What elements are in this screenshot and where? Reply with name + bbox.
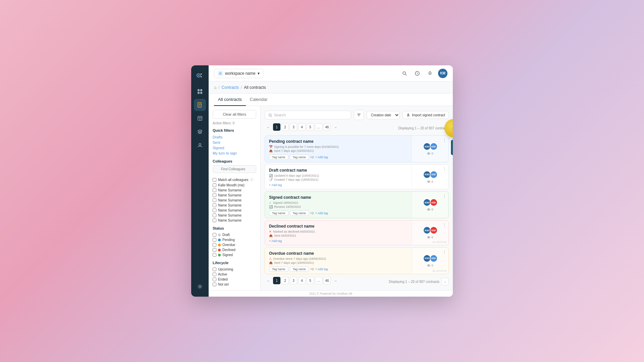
scroll-down-button[interactable]: ↓ (441, 278, 449, 285)
page-3-button-bottom[interactable]: 3 (290, 277, 297, 284)
import-icon (406, 113, 410, 117)
breadcrumb-home[interactable]: ⌂ (214, 85, 216, 90)
search-icon[interactable] (400, 69, 409, 78)
contract-menu-button-draft[interactable]: ⋮ (442, 167, 446, 171)
tab-all-contracts[interactable]: All contracts (214, 94, 246, 106)
add-tag-button-signed[interactable]: + Add tag (315, 212, 328, 215)
contract-menu-button-signed[interactable]: ⋮ (442, 194, 446, 198)
page-1-button-bottom[interactable]: 1 (273, 277, 280, 284)
match-all-colleagues-checkbox[interactable]: Match all colleagues ⓘ (213, 177, 256, 183)
colleague-4[interactable]: Name Surname (213, 203, 256, 208)
tag-1[interactable]: Tag name (269, 155, 288, 160)
send-icon: 📤 (269, 149, 273, 153)
status-dot-declined (218, 249, 221, 251)
add-tag-button[interactable]: + Add tag (315, 156, 328, 159)
eye-icon (427, 152, 430, 155)
svg-line-24 (271, 116, 272, 117)
svg-line-18 (406, 74, 407, 75)
colleague-5[interactable]: Name Surname (213, 208, 256, 213)
avatars-row-declined: KM KM (423, 226, 438, 234)
filter-signed[interactable]: Signed (213, 145, 256, 150)
colleague-7[interactable]: Name Surname (213, 218, 256, 223)
status-signed[interactable]: Signed (213, 252, 256, 257)
lifecycle-not-set[interactable]: Not set (213, 282, 256, 287)
filter-my-turn[interactable]: My turn to sign (213, 150, 256, 156)
tab-calendar[interactable]: Calendar (246, 94, 272, 106)
colleague-1[interactable]: Name Surname (213, 188, 256, 193)
lifecycle-upcoming[interactable]: Upcoming (213, 267, 256, 272)
page-46-button-bottom[interactable]: 46 (323, 277, 331, 284)
status-title: Status (213, 226, 256, 230)
contract-card-draft[interactable]: Draft contract name 🔄 Updated 6 days ago… (265, 164, 449, 189)
sidebar-item-layers[interactable] (194, 126, 206, 138)
sort-select[interactable]: Creation date (367, 111, 400, 119)
contract-card-declined[interactable]: Declined contract name ✕ Marked as decli… (265, 220, 449, 245)
help-icon[interactable]: ? (413, 69, 422, 78)
page-3-button[interactable]: 3 (290, 123, 297, 131)
topbar-icons: ? KM (400, 69, 447, 78)
svg-rect-4 (198, 89, 200, 91)
page-46-button[interactable]: 46 (323, 123, 331, 131)
bell-icon[interactable] (425, 69, 435, 78)
colleague-3[interactable]: Name Surname (213, 198, 256, 203)
workspace-selector[interactable]: ⊞ workspace name ▾ (214, 69, 263, 78)
prev-page-button-bottom[interactable]: ← (265, 277, 272, 284)
sidebar-item-settings[interactable] (194, 281, 206, 293)
contract-menu-button-overdue[interactable]: ⋮ (442, 250, 446, 254)
filter-sent[interactable]: Sent (213, 140, 256, 145)
page-5-button[interactable]: 5 (307, 123, 314, 131)
clear-filters-button[interactable]: Clear all filters (213, 110, 256, 119)
contract-card-pending[interactable]: Pending contract name 📅 Signing is possi… (265, 135, 449, 162)
tag-2[interactable]: Tag name (290, 155, 309, 160)
sent-icon: 📤 (269, 234, 273, 237)
contract-menu-button[interactable]: ⋮ (442, 138, 446, 142)
status-declined[interactable]: Declined (213, 247, 256, 252)
status-pending[interactable]: Pending (213, 237, 256, 242)
contract-menu-button-declined[interactable]: ⋮ (442, 223, 446, 227)
contract-meta-draft: 🔄 Updated 6 days ago (19/05/2021) 📝 Crea… (269, 174, 408, 181)
pagination-top: ← 1 2 3 4 5 … 46 → Displaying 1 – 20 of … (265, 123, 449, 133)
status-draft[interactable]: Draft (213, 232, 256, 237)
search-box[interactable]: Search (265, 111, 351, 119)
next-page-button-bottom[interactable]: → (332, 277, 339, 284)
add-tag-button-declined[interactable]: + Add tag (269, 239, 282, 243)
sidebar-item-contacts[interactable] (194, 139, 206, 151)
avatar-km-8: KM (430, 254, 438, 262)
import-signed-contract-button[interactable]: Import signed contract (402, 111, 449, 119)
user-avatar[interactable]: KM (438, 69, 447, 78)
lifecycle-ended[interactable]: Ended (213, 277, 256, 282)
sidebar-item-dashboard[interactable] (194, 85, 206, 98)
filter-drafts[interactable]: Drafts (213, 134, 256, 140)
svg-point-31 (428, 181, 429, 182)
page-4-button-bottom[interactable]: 4 (298, 277, 306, 284)
sidebar-item-templates[interactable] (194, 112, 206, 124)
workspace-label: workspace name (225, 71, 256, 76)
contract-right-pending: ⋮ KM KM 0 (412, 136, 448, 162)
next-page-button[interactable]: → (332, 123, 339, 131)
contract-card-signed[interactable]: Signed contract name ✓ Signed 18/05/2021… (265, 191, 449, 218)
tag-4[interactable]: Tag name (290, 210, 309, 216)
page-1-button[interactable]: 1 (273, 123, 280, 131)
filter-toggle-button[interactable] (354, 110, 364, 120)
add-tag-button-overdue[interactable]: + Add tag (315, 267, 328, 271)
breadcrumb-contracts[interactable]: Contracts (222, 85, 239, 90)
contract-right-signed: ⋮ KM KM 0 (412, 192, 448, 218)
add-tag-button-draft[interactable]: + Add tag (269, 183, 282, 187)
colleague-2[interactable]: Name Surname (213, 193, 256, 198)
sidebar-item-contracts[interactable] (194, 99, 206, 111)
tag-5[interactable]: Tag name (269, 266, 288, 272)
colleague-search-input[interactable] (213, 165, 256, 173)
page-4-button[interactable]: 4 (298, 123, 306, 131)
page-5-button-bottom[interactable]: 5 (307, 277, 314, 284)
lifecycle-active[interactable]: Active (213, 272, 256, 277)
page-2-button-bottom[interactable]: 2 (281, 277, 289, 284)
prev-page-button[interactable]: ← (265, 123, 272, 131)
views-count-draft: 0 (427, 180, 433, 183)
contract-card-overdue[interactable]: Overdue contract name ⚠ Overdue since 7 … (265, 247, 449, 274)
tag-3[interactable]: Tag name (269, 210, 288, 216)
colleague-6[interactable]: Name Surname (213, 213, 256, 218)
tag-6[interactable]: Tag name (290, 266, 309, 272)
colleague-me[interactable]: Kalle Moodh (me) (213, 183, 256, 188)
page-2-button[interactable]: 2 (281, 123, 289, 131)
status-overdue[interactable]: Overdue (213, 242, 256, 247)
